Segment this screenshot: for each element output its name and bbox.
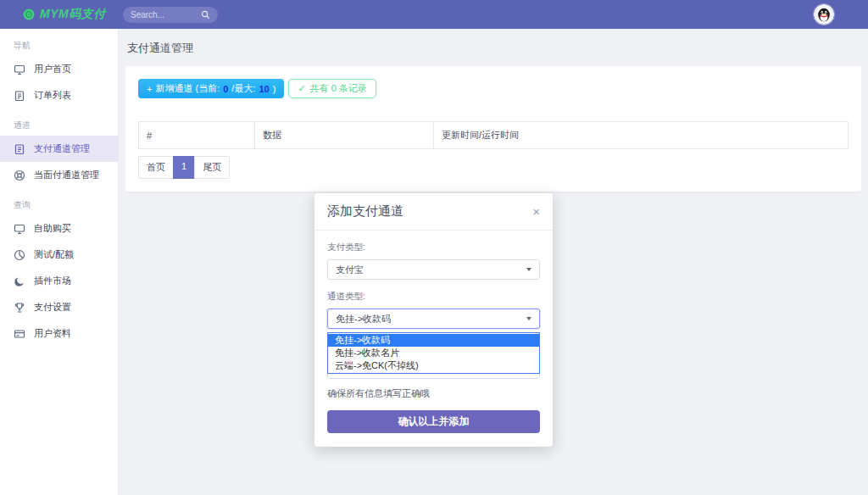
search-icon[interactable] [201,10,210,19]
dropdown-option[interactable]: 免挂->收款码 [328,334,539,347]
sidebar-section-channel: 通道 [0,108,118,136]
max-count: 10 [259,84,269,94]
pagination: 首页 1 尾页 [138,156,230,179]
plus-icon: + [147,84,152,94]
add-channel-modal: 添加支付通道 × 支付类型: 支付宝 通道类型: 免挂->收款码 免挂->收款码… [314,193,553,447]
pagination-current-page[interactable]: 1 [173,156,195,179]
brand-logo-text: MYM码支付 [40,7,106,22]
sidebar-item-label: 支付通道管理 [34,142,90,155]
payment-type-value: 支付宝 [336,264,364,276]
add-channel-button[interactable]: +新增通道 (当前: 0/最大: 10) [138,79,284,98]
channel-type-label: 通道类型: [327,291,540,303]
brand-logo-icon [23,8,35,20]
column-header-time: 更新时间/运行时间 [434,122,849,149]
sidebar-item-order-list[interactable]: 订单列表 [0,82,118,108]
sidebar-section-query: 查询 [0,188,118,215]
dropdown-option[interactable]: 云端->免CK(不掉线) [328,359,539,372]
sidebar-item-label: 用户资料 [34,327,71,340]
modal-body: 支付类型: 支付宝 通道类型: 免挂->收款码 免挂->收款码 免挂->收款名片… [314,231,553,447]
pagination-first-button[interactable]: 首页 [138,156,174,179]
clipboard-icon [14,90,25,102]
current-count: 0 [223,84,228,94]
records-count-badge[interactable]: ✓共有 0 条记录 [288,79,376,98]
moon-icon [14,275,25,287]
trophy-icon [14,302,25,314]
close-icon[interactable]: × [532,205,540,218]
payment-type-select[interactable]: 支付宝 [327,259,540,280]
sidebar-item-plugin-market[interactable]: 插件市场 [0,268,118,294]
sidebar-item-user-home[interactable]: 用户首页 [0,56,118,82]
sidebar-item-label: 支付设置 [34,301,71,314]
sidebar-item-user-profile[interactable]: 用户资料 [0,320,118,347]
toolbar: +新增通道 (当前: 0/最大: 10) ✓共有 0 条记录 [138,79,849,98]
column-header-index: # [139,122,255,149]
sidebar: 导航 用户首页 订单列表 通道 支付通道管理 当面付通道管理 [0,29,119,495]
brand-logo[interactable]: MYM码支付 [23,7,106,22]
check-icon: ✓ [298,83,305,94]
payment-type-label: 支付类型: [327,242,540,253]
table-header-row: # 数据 更新时间/运行时间 [139,122,849,149]
modal-title: 添加支付通道 [327,203,403,220]
sidebar-item-label: 自助购买 [34,222,71,235]
top-header: MYM码支付 Search... [0,0,868,29]
card-icon [14,328,25,340]
app-root: MYM码支付 Search... 导航 [0,0,868,495]
sidebar-item-f2f-channel-mgmt[interactable]: 当面付通道管理 [0,162,118,188]
sidebar-item-label: 订单列表 [34,89,71,102]
channel-type-value: 免挂->收款码 [336,313,391,325]
sidebar-item-self-purchase[interactable]: 自助购买 [0,215,118,242]
sidebar-item-payment-channel-mgmt[interactable]: 支付通道管理 [0,136,118,162]
sidebar-section-nav: 导航 [0,29,118,56]
search-input[interactable]: Search... [131,10,201,19]
sidebar-item-label: 测试/配额 [34,248,74,261]
channels-table: # 数据 更新时间/运行时间 [138,121,849,149]
column-header-data: 数据 [255,122,434,149]
monitor-icon [14,223,25,235]
helper-text: 确保所有信息填写正确哦 [327,387,540,400]
pie-icon [14,249,25,261]
monitor-icon [14,64,25,75]
dropdown-option[interactable]: 免挂->收款名片 [328,347,539,359]
clipboard-icon [14,143,25,155]
sidebar-item-label: 插件市场 [34,275,71,287]
dropdown-area: 免挂->收款码 免挂->收款名片 云端->免CK(不掉线) [327,334,540,379]
sidebar-item-label: 用户首页 [34,63,71,75]
channel-card: +新增通道 (当前: 0/最大: 10) ✓共有 0 条记录 # 数据 更新时间… [125,66,861,192]
avatar[interactable] [814,4,834,25]
confirm-add-button[interactable]: 确认以上并添加 [327,410,540,433]
sidebar-item-payment-settings[interactable]: 支付设置 [0,294,118,320]
pagination-last-button[interactable]: 尾页 [194,156,230,179]
chevron-down-icon [526,317,531,320]
modal-header: 添加支付通道 × [314,193,553,231]
sidebar-item-label: 当面付通道管理 [34,169,99,181]
sidebar-item-test-quota[interactable]: 测试/配额 [0,242,118,268]
qq-penguin-icon [814,4,834,25]
chevron-down-icon [526,268,531,271]
page-title: 支付通道管理 [127,41,861,56]
lifering-icon [14,170,25,181]
channel-type-dropdown: 免挂->收款码 免挂->收款名片 云端->免CK(不掉线) [327,332,540,374]
search-box[interactable]: Search... [123,7,218,23]
channel-type-select[interactable]: 免挂->收款码 [327,309,540,329]
